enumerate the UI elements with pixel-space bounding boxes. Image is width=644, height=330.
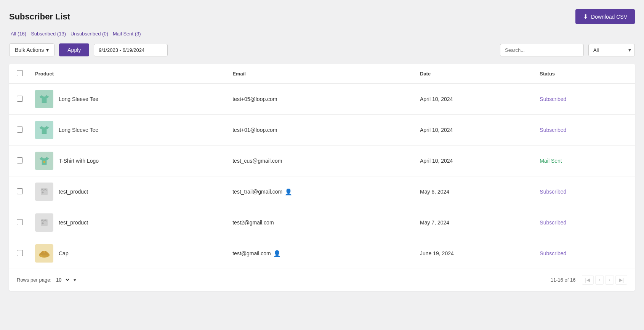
row-product-cell: Long Sleeve Tee xyxy=(29,84,226,115)
row-checkbox-3[interactable] xyxy=(17,157,23,163)
email-cell: test2@gmail.com xyxy=(232,219,408,226)
first-page-button[interactable]: |◀ xyxy=(582,275,594,285)
product-name: Long Sleeve Tee xyxy=(59,127,98,133)
table-row: test_product test_trail@gmail.com 👤 May … xyxy=(9,176,635,207)
rows-per-page-select[interactable]: 10 25 50 100 xyxy=(54,277,70,283)
filter-select-wrapper: All Subscribed Unsubscribed Mail Sent xyxy=(588,44,635,56)
product-name: Long Sleeve Tee xyxy=(59,96,98,102)
email-value: test_trail@gmail.com xyxy=(232,189,282,195)
row-checkbox-1[interactable] xyxy=(17,96,23,102)
row-checkbox-6[interactable] xyxy=(17,250,23,256)
table-row: Cap test@gmail.com 👤 June 19, 2024 Subsc… xyxy=(9,238,635,269)
pagination-info: 11-16 of 16 xyxy=(551,277,576,283)
email-cell: test@gmail.com 👤 xyxy=(232,250,408,257)
email-value: test@gmail.com xyxy=(232,250,271,256)
product-cell: T-Shirt with Logo xyxy=(35,152,220,170)
svg-rect-0 xyxy=(43,161,45,163)
tab-all[interactable]: All (16) xyxy=(9,30,28,37)
row-email-cell: test_trail@gmail.com 👤 xyxy=(226,176,414,207)
row-date-cell: May 7, 2024 xyxy=(414,207,533,238)
table-footer: Rows per page: 10 25 50 100 ▾ 11-16 of 1… xyxy=(9,269,635,291)
row-date-cell: April 10, 2024 xyxy=(414,115,533,146)
date-range-input[interactable] xyxy=(94,44,168,56)
filter-select[interactable]: All Subscribed Unsubscribed Mail Sent xyxy=(588,44,635,56)
row-product-cell: test_product xyxy=(29,207,226,238)
rows-per-page-label: Rows per page: xyxy=(17,277,51,283)
row-status-cell: Mail Sent xyxy=(533,146,635,176)
email-value: test_cus@gmail.com xyxy=(232,158,282,164)
page-title: Subscriber List xyxy=(9,12,70,22)
select-all-checkbox[interactable] xyxy=(17,70,23,76)
product-name: Cap xyxy=(59,250,69,256)
toolbar: Bulk Actions ▾ Apply All Subscribed Unsu… xyxy=(9,43,635,56)
row-email-cell: test+01@loop.com xyxy=(226,115,414,146)
table-row: Long Sleeve Tee test+05@loop.com April 1… xyxy=(9,84,635,115)
row-email-cell: test2@gmail.com xyxy=(226,207,414,238)
pagination-controls: |◀ ‹ › ▶| xyxy=(582,275,627,285)
row-status-cell: Subscribed xyxy=(533,238,635,269)
row-email-cell: test+05@loop.com xyxy=(226,84,414,115)
chevron-down-icon-rows: ▾ xyxy=(74,277,76,283)
row-checkbox-cell xyxy=(9,146,29,176)
product-cell: Long Sleeve Tee xyxy=(35,121,220,139)
email-cell: test_cus@gmail.com xyxy=(232,158,408,164)
download-csv-button[interactable]: ⬇ Download CSV xyxy=(575,9,635,24)
row-status-cell: Subscribed xyxy=(533,115,635,146)
status-badge: Subscribed xyxy=(540,250,566,256)
tabs-row: All (16) Subscribed (13) Unsubscribed (0… xyxy=(9,30,635,37)
col-status: Status xyxy=(533,64,635,84)
chevron-down-icon: ▾ xyxy=(46,47,49,53)
row-date-cell: April 10, 2024 xyxy=(414,146,533,176)
status-badge: Subscribed xyxy=(540,127,566,133)
prev-page-button[interactable]: ‹ xyxy=(595,275,604,285)
row-checkbox-cell xyxy=(9,238,29,269)
next-page-button[interactable]: › xyxy=(605,275,614,285)
row-checkbox-4[interactable] xyxy=(17,188,23,194)
svg-point-6 xyxy=(42,255,50,257)
email-value: test+01@loop.com xyxy=(232,127,277,133)
col-email: Email xyxy=(226,64,414,84)
row-checkbox-2[interactable] xyxy=(17,127,23,133)
email-cell: test+05@loop.com xyxy=(232,96,408,102)
tab-unsubscribed[interactable]: Unsubscribed (0) xyxy=(69,30,110,37)
apply-button[interactable]: Apply xyxy=(59,43,89,56)
product-name: test_product xyxy=(59,219,88,226)
row-checkbox-cell xyxy=(9,115,29,146)
row-checkbox-cell xyxy=(9,207,29,238)
table-row: T-Shirt with Logo test_cus@gmail.com Apr… xyxy=(9,146,635,176)
search-input[interactable] xyxy=(500,44,584,56)
svg-point-4 xyxy=(42,223,44,224)
product-cell: test_product xyxy=(35,183,220,201)
email-value: test2@gmail.com xyxy=(232,219,274,226)
row-email-cell: test_cus@gmail.com xyxy=(226,146,414,176)
svg-point-7 xyxy=(43,251,45,253)
guest-icon: 👤 xyxy=(285,188,292,195)
row-product-cell: Long Sleeve Tee xyxy=(29,115,226,146)
email-value: test+05@loop.com xyxy=(232,96,277,102)
rows-per-page-control: Rows per page: 10 25 50 100 ▾ xyxy=(17,277,76,283)
row-status-cell: Subscribed xyxy=(533,176,635,207)
svg-point-2 xyxy=(42,192,44,194)
row-product-cell: test_product xyxy=(29,176,226,207)
row-status-cell: Subscribed xyxy=(533,207,635,238)
col-product: Product xyxy=(29,64,226,84)
status-badge: Subscribed xyxy=(540,189,566,195)
tab-mail-sent[interactable]: Mail Sent (3) xyxy=(111,30,143,37)
email-cell: test+01@loop.com xyxy=(232,127,408,133)
row-email-cell: test@gmail.com 👤 xyxy=(226,238,414,269)
product-name: T-Shirt with Logo xyxy=(59,158,99,164)
download-icon: ⬇ xyxy=(583,13,588,20)
product-cell: Cap xyxy=(35,244,220,263)
last-page-button[interactable]: ▶| xyxy=(615,275,627,285)
tab-subscribed[interactable]: Subscribed (13) xyxy=(29,30,67,37)
bulk-actions-button[interactable]: Bulk Actions ▾ xyxy=(9,43,54,56)
row-product-cell: T-Shirt with Logo xyxy=(29,146,226,176)
row-product-cell: Cap xyxy=(29,238,226,269)
status-badge: Mail Sent xyxy=(540,158,562,164)
row-checkbox-cell xyxy=(9,84,29,115)
product-cell: test_product xyxy=(35,213,220,232)
subscriber-table: Product Email Date Status Long Sl xyxy=(9,64,635,291)
row-checkbox-5[interactable] xyxy=(17,219,23,225)
row-date-cell: May 6, 2024 xyxy=(414,176,533,207)
select-all-header xyxy=(9,64,29,84)
